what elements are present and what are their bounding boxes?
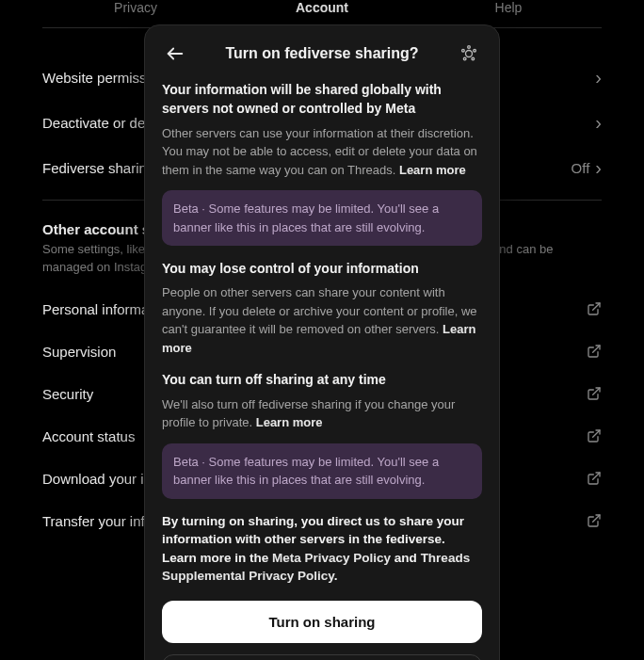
modal-section-body: We'll also turn off fediverse sharing if… (162, 395, 482, 432)
beta-banner: Beta · Some features may be limited. You… (162, 443, 482, 499)
text: People on other servers can share your c… (162, 285, 477, 336)
modal-section-body: People on other servers can share your c… (162, 283, 482, 357)
modal-section-heading: You may lose control of your information (162, 259, 482, 278)
svg-point-11 (463, 57, 466, 60)
text: . (334, 569, 338, 583)
modal-footer-text: By turning on sharing, you direct us to … (162, 512, 482, 586)
learn-more-link[interactable]: Learn more (399, 163, 466, 177)
arrow-left-icon (165, 43, 185, 64)
fediverse-icon-button[interactable] (456, 40, 482, 67)
back-button[interactable] (162, 40, 188, 67)
text: and (391, 551, 421, 565)
modal-overlay: Turn on fediverse sharing? Your informat… (0, 0, 644, 660)
svg-point-10 (472, 57, 475, 60)
keep-sharing-off-button[interactable]: Keep sharing off (162, 654, 482, 660)
svg-point-7 (466, 51, 473, 57)
modal-title: Turn on fediverse sharing? (188, 45, 456, 62)
svg-point-9 (474, 49, 476, 52)
modal-section-heading: You can turn off sharing at any time (162, 370, 482, 389)
turn-on-sharing-button[interactable]: Turn on sharing (162, 601, 482, 643)
fediverse-icon (459, 44, 478, 63)
fediverse-modal: Turn on fediverse sharing? Your informat… (144, 24, 500, 660)
meta-privacy-policy-link[interactable]: Meta Privacy Policy (272, 551, 391, 565)
svg-point-8 (468, 46, 471, 49)
modal-section-body: Other servers can use your information a… (162, 124, 482, 180)
learn-more-link[interactable]: Learn more (256, 415, 323, 429)
beta-banner: Beta · Some features may be limited. You… (162, 190, 482, 246)
svg-point-12 (462, 49, 465, 52)
modal-section-heading: Your information will be shared globally… (162, 80, 482, 119)
